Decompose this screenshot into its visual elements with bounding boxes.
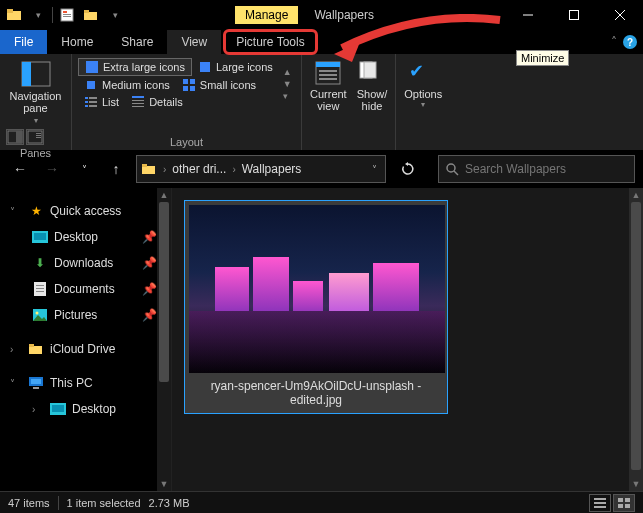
layout-scroll[interactable]: ▲ ▼ ▾ xyxy=(283,58,292,110)
status-bar: 47 items 1 item selected 2.73 MB xyxy=(0,491,643,513)
folder-icon xyxy=(28,341,44,357)
chevron-right-icon[interactable]: › xyxy=(163,164,166,175)
refresh-button[interactable] xyxy=(394,155,422,183)
folder-icon xyxy=(4,5,24,25)
chevron-down-icon[interactable]: ˅ xyxy=(10,378,22,389)
svg-rect-66 xyxy=(594,506,606,508)
scroll-down-icon[interactable]: ▼ xyxy=(629,477,643,491)
ribbon: Navigation pane ▾ Panes Extra large icon… xyxy=(0,54,643,150)
svg-rect-9 xyxy=(570,11,579,20)
address-dropdown-icon[interactable]: ˅ xyxy=(372,164,381,175)
help-icon[interactable]: ? xyxy=(623,35,637,49)
qat-customize-icon[interactable]: ▾ xyxy=(105,5,125,25)
chevron-right-icon[interactable]: › xyxy=(32,404,44,415)
svg-rect-44 xyxy=(364,62,376,78)
scroll-down-icon[interactable]: ▼ xyxy=(157,477,171,491)
chevron-down-icon[interactable]: ▼ xyxy=(283,79,292,89)
titlebar: ▾ ▾ Manage Wallpapers xyxy=(0,0,643,30)
ribbon-group-options: ✔ Options ▾ xyxy=(396,54,450,150)
statusbar-separator xyxy=(58,496,59,510)
properties-icon[interactable] xyxy=(57,5,77,25)
qat-dropdown-icon[interactable]: ▾ xyxy=(28,5,48,25)
file-thumbnail[interactable]: ryan-spencer-Um9AkOilDcU-unsplash - edit… xyxy=(184,200,448,414)
preview-pane-button[interactable] xyxy=(6,129,24,145)
quick-access-toolbar: ▾ ▾ xyxy=(0,5,125,25)
thumbnails-view-toggle[interactable] xyxy=(613,494,635,512)
content-scrollbar[interactable]: ▲ ▼ xyxy=(629,188,643,491)
tree-downloads[interactable]: ⬇ Downloads 📌 xyxy=(0,250,171,276)
breadcrumb-segment[interactable]: other dri... xyxy=(172,162,226,176)
svg-rect-4 xyxy=(63,14,71,15)
tree-label: Desktop xyxy=(54,230,98,244)
scroll-up-icon[interactable]: ▲ xyxy=(157,188,171,202)
layout-list[interactable]: List xyxy=(78,94,125,110)
star-icon: ★ xyxy=(28,203,44,219)
desktop-icon xyxy=(32,229,48,245)
svg-rect-27 xyxy=(85,97,88,99)
manage-contextual-tab[interactable]: Manage xyxy=(235,6,298,24)
layout-large-icons[interactable]: Large icons xyxy=(192,58,279,76)
window-controls xyxy=(505,0,643,30)
layout-details[interactable]: Details xyxy=(125,94,189,110)
svg-rect-31 xyxy=(85,105,88,107)
tree-icloud-drive[interactable]: › iCloud Drive xyxy=(0,336,171,362)
chevron-down-icon[interactable]: ˅ xyxy=(10,206,22,217)
navigation-pane-button[interactable]: Navigation pane ▾ xyxy=(6,58,65,127)
layout-small-icons[interactable]: Small icons xyxy=(176,77,262,93)
collapse-ribbon-icon[interactable]: ˄ xyxy=(611,35,617,49)
dropdown-caret-icon: ▾ xyxy=(34,116,38,125)
options-button[interactable]: ✔ Options ▾ xyxy=(402,58,444,111)
details-pane-button[interactable] xyxy=(26,129,44,145)
show-hide-label: Show/ hide xyxy=(357,88,388,112)
layout-label: Small icons xyxy=(200,79,256,91)
tab-share[interactable]: Share xyxy=(107,30,167,54)
show-hide-button[interactable]: Show/ hide xyxy=(355,58,390,114)
expand-icon[interactable]: ▾ xyxy=(283,91,292,101)
close-button[interactable] xyxy=(597,0,643,30)
svg-rect-5 xyxy=(63,16,71,17)
svg-rect-7 xyxy=(84,10,89,13)
tab-picture-tools[interactable]: Picture Tools xyxy=(223,29,317,55)
svg-rect-37 xyxy=(132,106,144,107)
current-view-button[interactable]: Current view xyxy=(308,58,349,114)
sidebar-scrollbar[interactable]: ▲ ▼ xyxy=(157,188,171,491)
chevron-right-icon[interactable]: › xyxy=(10,344,22,355)
tree-pictures[interactable]: Pictures 📌 xyxy=(0,302,171,328)
back-button[interactable]: ← xyxy=(8,157,32,181)
content-area[interactable]: ryan-spencer-Um9AkOilDcU-unsplash - edit… xyxy=(172,188,643,491)
forward-button[interactable]: → xyxy=(40,157,64,181)
svg-rect-15 xyxy=(16,131,22,143)
layout-medium-icons[interactable]: Medium icons xyxy=(78,77,176,93)
svg-rect-29 xyxy=(85,101,88,103)
tree-desktop[interactable]: Desktop 📌 xyxy=(0,224,171,250)
minimize-button[interactable] xyxy=(505,0,551,30)
scroll-up-icon[interactable]: ▲ xyxy=(629,188,643,202)
list-icon xyxy=(84,95,98,109)
show-hide-icon xyxy=(358,60,386,86)
search-box[interactable] xyxy=(438,155,635,183)
recent-locations-dropdown[interactable]: ˅ xyxy=(72,157,96,181)
chevron-right-icon[interactable]: › xyxy=(232,164,235,175)
downloads-icon: ⬇ xyxy=(32,255,48,271)
chevron-up-icon[interactable]: ▲ xyxy=(283,67,292,77)
breadcrumb-segment[interactable]: Wallpapers xyxy=(242,162,302,176)
tree-quick-access[interactable]: ˅ ★ Quick access xyxy=(0,198,171,224)
layout-extra-large-icons[interactable]: Extra large icons xyxy=(78,58,192,76)
new-folder-icon[interactable] xyxy=(81,5,101,25)
up-button[interactable]: ↑ xyxy=(104,157,128,181)
tree-this-pc[interactable]: ˅ This PC xyxy=(0,370,171,396)
current-view-icon xyxy=(314,60,342,86)
content-scroll-thumb[interactable] xyxy=(631,202,641,470)
maximize-button[interactable] xyxy=(551,0,597,30)
tree-desktop-pc[interactable]: › Desktop xyxy=(0,396,171,422)
search-input[interactable] xyxy=(465,162,628,176)
tab-view[interactable]: View xyxy=(167,30,221,54)
tree-documents[interactable]: Documents 📌 xyxy=(0,276,171,302)
address-bar[interactable]: › other dri... › Wallpapers ˅ xyxy=(136,155,386,183)
tab-file[interactable]: File xyxy=(0,30,47,54)
details-view-toggle[interactable] xyxy=(589,494,611,512)
layout-label: Large icons xyxy=(216,61,273,73)
sidebar-scroll-thumb[interactable] xyxy=(159,202,169,382)
tab-home[interactable]: Home xyxy=(47,30,107,54)
layout-label: List xyxy=(102,96,119,108)
